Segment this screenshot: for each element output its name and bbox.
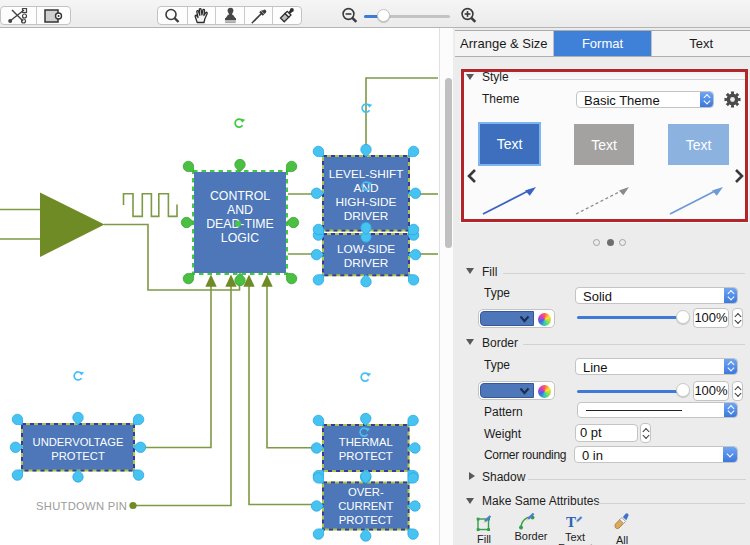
svg-text:LOW-SIDE: LOW-SIDE bbox=[337, 242, 395, 256]
svg-text:CURRENT: CURRENT bbox=[338, 500, 393, 512]
svg-text:LEVEL-SHIFT: LEVEL-SHIFT bbox=[329, 167, 404, 181]
svg-text:PROTECT: PROTECT bbox=[51, 450, 105, 462]
svg-text:HIGH-SIDE: HIGH-SIDE bbox=[336, 195, 397, 209]
svg-text:AND: AND bbox=[354, 181, 379, 195]
svg-text:LOGIC: LOGIC bbox=[221, 231, 259, 245]
svg-text:UNDERVOLTAGE: UNDERVOLTAGE bbox=[33, 436, 124, 448]
svg-text:THERMAL: THERMAL bbox=[339, 436, 393, 448]
svg-text:OVER-: OVER- bbox=[348, 486, 384, 498]
svg-text:T: T bbox=[566, 514, 576, 530]
svg-text:AND: AND bbox=[227, 203, 253, 217]
svg-text:PROTECT: PROTECT bbox=[339, 514, 393, 526]
svg-text:CONTROL: CONTROL bbox=[210, 189, 270, 203]
svg-text:DRIVER: DRIVER bbox=[344, 256, 389, 270]
svg-text:PROTECT: PROTECT bbox=[339, 450, 393, 462]
svg-text:SHUTDOWN PIN: SHUTDOWN PIN bbox=[36, 500, 127, 512]
svg-text:DRIVER: DRIVER bbox=[344, 209, 389, 223]
